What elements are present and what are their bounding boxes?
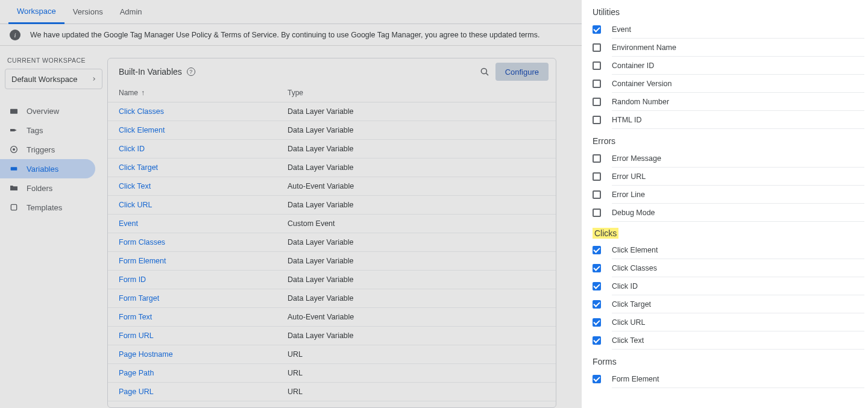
checkbox[interactable] xyxy=(593,80,601,88)
checkbox[interactable] xyxy=(593,43,601,52)
svg-rect-4 xyxy=(11,204,16,210)
sidebar: CURRENT WORKSPACE Default Workspace Over… xyxy=(0,46,107,408)
variable-name-link[interactable]: Click Target xyxy=(119,163,288,172)
checkbox[interactable] xyxy=(593,61,601,70)
table-row: Form ElementData Layer Variable xyxy=(108,252,556,271)
variable-type: Data Layer Variable xyxy=(288,126,545,134)
variable-name-link[interactable]: Page Path xyxy=(119,369,288,377)
sidebar-item-label: Variables xyxy=(27,165,58,174)
table-body: Click ClassesData Layer VariableClick El… xyxy=(108,102,556,407)
checkbox[interactable] xyxy=(593,336,601,345)
help-icon[interactable]: ? xyxy=(187,67,195,76)
variable-name-link[interactable]: Form ID xyxy=(119,275,288,284)
variable-name-link[interactable]: Page URL xyxy=(119,388,288,396)
col-name-header[interactable]: Name ↑ xyxy=(119,89,288,97)
variable-name-link[interactable]: Page Hostname xyxy=(119,350,288,359)
builtin-variables-card: Built-In Variables ? Configure Name ↑ Ty… xyxy=(107,58,556,408)
tab-admin[interactable]: Admin xyxy=(112,0,151,24)
variable-type: Custom Event xyxy=(288,219,545,228)
table-row: Click URLData Layer Variable xyxy=(108,196,556,215)
variable-name-link[interactable]: Click ID xyxy=(119,145,288,153)
variable-name-link[interactable]: Click Element xyxy=(119,126,288,134)
sidebar-item-variables[interactable]: Variables xyxy=(0,159,95,178)
workspace-selector[interactable]: Default Workspace xyxy=(5,69,102,89)
variable-name-link[interactable]: Referrer xyxy=(119,406,288,407)
search-icon[interactable] xyxy=(474,61,495,83)
panel-option[interactable]: Container ID xyxy=(582,57,864,75)
card-title: Built-In Variables ? xyxy=(119,67,195,77)
chevron-right-icon xyxy=(91,75,97,84)
variable-name-link[interactable]: Click Text xyxy=(119,182,288,190)
checkbox[interactable] xyxy=(593,98,601,106)
checkbox[interactable] xyxy=(593,318,601,327)
option-label: Error Message xyxy=(612,154,661,163)
variable-name-link[interactable]: Event xyxy=(119,219,288,228)
option-label: HTML ID xyxy=(612,116,642,124)
variable-type: Data Layer Variable xyxy=(288,145,545,153)
panel-option[interactable]: Click Element xyxy=(582,241,864,259)
variable-type: URL xyxy=(288,388,545,396)
col-type-header[interactable]: Type xyxy=(288,89,545,97)
folder-icon xyxy=(8,183,19,193)
panel-option[interactable]: Debug Mode xyxy=(582,204,864,222)
panel-option[interactable]: HTML ID xyxy=(582,111,864,129)
sidebar-item-triggers[interactable]: Triggers xyxy=(0,140,95,159)
variable-name-link[interactable]: Form Text xyxy=(119,313,288,321)
panel-option[interactable]: Error Message xyxy=(582,149,864,168)
sidebar-item-templates[interactable]: Templates xyxy=(0,198,95,217)
sidebar-item-tags[interactable]: Tags xyxy=(0,121,95,140)
panel-option[interactable]: Event xyxy=(582,20,864,39)
panel-option[interactable]: Form Element xyxy=(582,370,864,388)
checkbox[interactable] xyxy=(593,264,601,272)
option-label: Form Element xyxy=(612,375,659,383)
variable-type: Auto-Event Variable xyxy=(288,313,545,321)
checkbox[interactable] xyxy=(593,282,601,290)
sidebar-item-label: Folders xyxy=(27,184,52,193)
panel-option[interactable]: Click Target xyxy=(582,295,864,313)
checkbox[interactable] xyxy=(593,246,601,254)
panel-option[interactable]: Container Version xyxy=(582,75,864,93)
checkbox[interactable] xyxy=(593,172,601,181)
option-label: Click ID xyxy=(612,282,638,290)
checkbox[interactable] xyxy=(593,375,601,383)
dashboard-icon xyxy=(8,106,19,116)
panel-option[interactable]: Click URL xyxy=(582,313,864,331)
panel-group-title: Forms xyxy=(582,350,864,370)
variable-name-link[interactable]: Form Target xyxy=(119,294,288,303)
panel-option[interactable]: Click ID xyxy=(582,277,864,295)
checkbox[interactable] xyxy=(593,25,601,34)
checkbox[interactable] xyxy=(593,154,601,163)
variable-type: Data Layer Variable xyxy=(288,331,545,340)
panel-option[interactable]: Error URL xyxy=(582,168,864,186)
svg-rect-3 xyxy=(11,167,17,170)
checkbox[interactable] xyxy=(593,300,601,309)
panel-option[interactable]: Click Text xyxy=(582,331,864,350)
option-label: Click Text xyxy=(612,336,644,345)
variable-name-link[interactable]: Form Classes xyxy=(119,238,288,246)
panel-option[interactable]: Environment Name xyxy=(582,39,864,57)
sidebar-item-folders[interactable]: Folders xyxy=(0,178,95,198)
variable-name-link[interactable]: Form Element xyxy=(119,257,288,265)
panel-option[interactable]: Error Line xyxy=(582,186,864,204)
table-row: Click IDData Layer Variable xyxy=(108,140,556,158)
panel-option[interactable]: Click Classes xyxy=(582,259,864,277)
checkbox[interactable] xyxy=(593,209,601,217)
panel-group-title: Errors xyxy=(582,129,864,149)
variable-name-link[interactable]: Form URL xyxy=(119,331,288,340)
checkbox[interactable] xyxy=(593,116,601,124)
variable-type: Data Layer Variable xyxy=(288,294,545,303)
tab-workspace[interactable]: Workspace xyxy=(8,0,64,24)
configure-button[interactable]: Configure xyxy=(495,63,549,81)
sidebar-item-overview[interactable]: Overview xyxy=(0,101,95,121)
checkbox[interactable] xyxy=(593,190,601,199)
sidebar-item-label: Overview xyxy=(27,107,59,116)
variable-name-link[interactable]: Click URL xyxy=(119,201,288,209)
variable-type: Data Layer Variable xyxy=(288,257,545,265)
tab-versions[interactable]: Versions xyxy=(64,0,112,24)
variable-name-link[interactable]: Click Classes xyxy=(119,107,288,116)
variables-icon xyxy=(8,164,19,174)
sort-asc-icon: ↑ xyxy=(141,89,145,97)
tag-icon xyxy=(8,125,19,135)
option-label: Event xyxy=(612,25,631,34)
panel-option[interactable]: Random Number xyxy=(582,93,864,111)
